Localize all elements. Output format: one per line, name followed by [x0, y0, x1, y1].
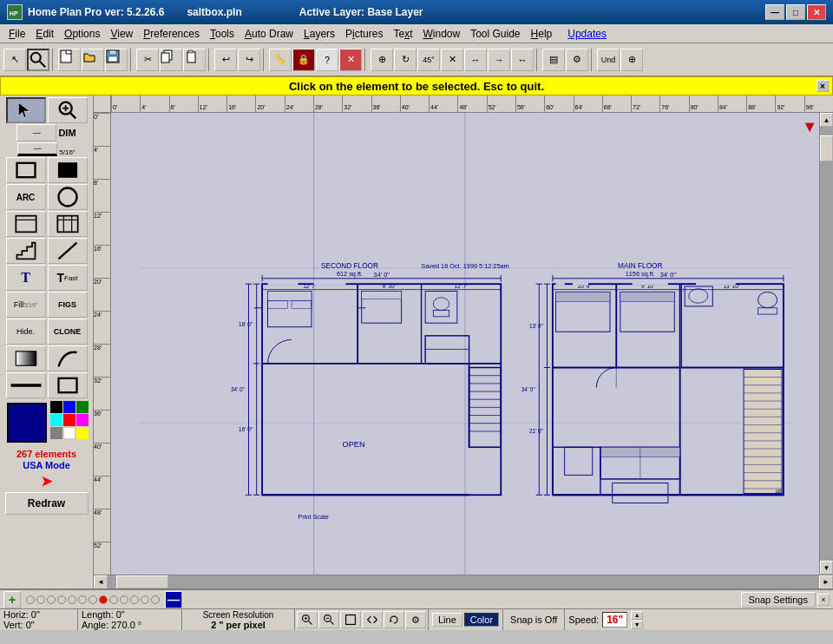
tb-measure[interactable]: 📏 [269, 49, 292, 71]
snap-dot-12[interactable] [151, 595, 160, 604]
menu-preferences[interactable]: Preferences [138, 26, 205, 42]
lt-line-thin[interactable]: — [16, 124, 56, 141]
lt-fast-text[interactable]: TFast [48, 265, 88, 291]
menu-file[interactable]: File [3, 26, 30, 42]
tb-delete[interactable]: ✕ [339, 49, 362, 71]
tb-grid[interactable]: ▤ [542, 49, 565, 71]
menu-tools[interactable]: Tools [205, 26, 239, 42]
lt-fill[interactable]: Fill5/16" [6, 292, 46, 318]
tb-select[interactable]: ↖ [3, 49, 26, 71]
menu-window[interactable]: Window [417, 26, 465, 42]
menu-autodraw[interactable]: Auto Draw [239, 26, 298, 42]
tb-save[interactable] [105, 49, 128, 71]
lt-door-window[interactable] [6, 211, 46, 237]
speed-up-button[interactable]: ▲ [631, 611, 643, 620]
lt-line2[interactable] [6, 372, 46, 398]
color-swatch[interactable] [7, 403, 47, 443]
snap-dot-11[interactable] [141, 595, 149, 604]
snap-dot-8[interactable] [109, 595, 118, 604]
settings-button[interactable]: ⚙ [405, 611, 426, 628]
notification-close[interactable]: × [817, 80, 829, 92]
tb-paste[interactable] [183, 49, 206, 71]
speed-down-button[interactable]: ▼ [631, 621, 643, 629]
redraw-button[interactable]: Redraw [5, 492, 89, 515]
scroll-thumb-horizontal[interactable] [116, 575, 168, 588]
snap-dot-9[interactable] [120, 595, 128, 604]
lt-zoom[interactable] [48, 97, 88, 123]
tb-undo2[interactable]: Und [597, 49, 620, 71]
updates-link[interactable]: Updates [564, 28, 610, 40]
tb-settings[interactable]: ⚙ [566, 49, 588, 71]
snap-dot-6[interactable] [78, 595, 87, 604]
snap-minus-button[interactable]: — [165, 591, 182, 608]
menu-help[interactable]: Help [526, 26, 558, 42]
right-scrollbar[interactable]: ▲ ▼ [819, 113, 833, 575]
lt-stairs[interactable] [6, 238, 46, 264]
tb-rotate[interactable]: ↻ [394, 49, 416, 71]
tb-new[interactable] [58, 49, 81, 71]
snap-close-button[interactable]: × [817, 594, 830, 606]
tb-move-right[interactable]: → [488, 49, 510, 71]
navigate-arrow[interactable]: ➤ [41, 473, 52, 490]
maximize-button[interactable]: □ [786, 4, 805, 20]
snap-dot-2[interactable] [36, 595, 45, 604]
menu-text[interactable]: Text [388, 26, 417, 42]
menu-view[interactable]: View [105, 26, 138, 42]
color-green[interactable] [76, 401, 89, 413]
color-cyan[interactable] [50, 414, 62, 426]
color-yellow[interactable] [76, 427, 89, 439]
tb-undo[interactable]: ↩ [214, 49, 237, 71]
lt-figs[interactable]: FIGS [48, 292, 88, 318]
lt-rect2[interactable] [48, 372, 88, 398]
tb-flip[interactable]: ✕ [441, 49, 463, 71]
fit-view-button[interactable] [340, 611, 361, 628]
snap-dot-5[interactable] [68, 595, 76, 604]
floor-plan-svg[interactable]: SECOND FLOOR 612 sq.ft. Saved 16 Oct. 19… [111, 113, 819, 575]
lt-gradient[interactable] [6, 345, 46, 371]
tb-rotate45[interactable]: 45° [417, 49, 440, 71]
color-white[interactable] [63, 427, 75, 439]
scroll-right-button[interactable]: ► [819, 575, 833, 589]
lt-hide[interactable]: Hide. [6, 319, 46, 345]
snap-dot-10[interactable] [130, 595, 139, 604]
snap-plus-button[interactable]: + [3, 591, 21, 608]
scroll-up-button[interactable]: ▲ [820, 113, 833, 127]
lt-arc[interactable]: ARC [6, 184, 46, 210]
lt-line-med[interactable]: — [17, 142, 57, 156]
lt-text[interactable]: T [6, 265, 46, 291]
line-mode-button[interactable]: Line [432, 613, 462, 627]
menu-edit[interactable]: Edit [30, 26, 59, 42]
lt-circle[interactable] [48, 184, 88, 210]
drawing-area[interactable]: ▼ SECOND FLOOR 612 [111, 113, 819, 575]
snap-dot-active[interactable] [99, 595, 108, 604]
color-mode-button[interactable]: Color [464, 613, 499, 627]
color-blue[interactable] [63, 401, 75, 413]
scroll-track-horizontal[interactable] [108, 575, 819, 588]
menu-layers[interactable]: Layers [298, 26, 340, 42]
zoom-fit-button[interactable] [362, 611, 383, 628]
tb-cut[interactable]: ✂ [136, 49, 159, 71]
scroll-down-button[interactable]: ▼ [820, 561, 833, 575]
scroll-left-button[interactable]: ◄ [94, 575, 108, 589]
lt-rect-fill[interactable] [48, 157, 88, 183]
lt-line-tool[interactable] [48, 238, 88, 264]
refresh-button[interactable] [384, 611, 404, 628]
tb-align[interactable]: ↔ [511, 49, 534, 71]
tb-lock[interactable]: 🔒 [292, 49, 315, 71]
lt-rect-outline[interactable] [6, 157, 46, 183]
lt-curve[interactable] [48, 345, 88, 371]
tb-open[interactable] [82, 49, 104, 71]
menu-toolguide[interactable]: Tool Guide [465, 26, 525, 42]
color-black[interactable] [50, 401, 62, 413]
menu-options[interactable]: Options [59, 26, 105, 42]
zoom-in-button[interactable] [297, 611, 318, 628]
scroll-thumb-vertical[interactable] [820, 135, 833, 161]
tb-help[interactable]: ? [316, 49, 338, 71]
lt-clone[interactable]: CLONE [48, 319, 88, 345]
lt-wall[interactable] [48, 211, 88, 237]
color-magenta[interactable] [76, 414, 89, 426]
color-gray[interactable] [50, 427, 62, 439]
tb-mirror[interactable]: ↔ [464, 49, 487, 71]
tb-redo[interactable]: ↪ [238, 49, 260, 71]
menu-pictures[interactable]: Pictures [340, 26, 388, 42]
